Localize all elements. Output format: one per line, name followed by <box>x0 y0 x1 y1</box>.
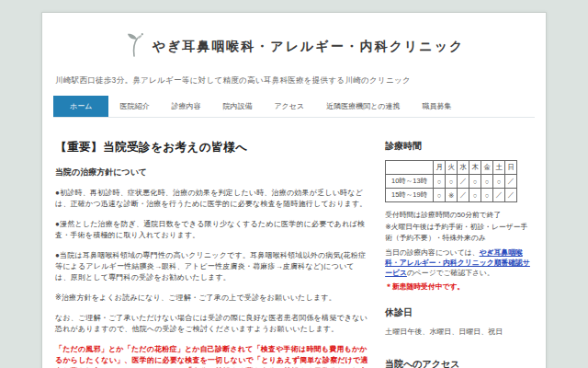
hours-cell: ／ <box>505 175 517 189</box>
same-day-info-prefix: 当日の診療内容については、 <box>385 248 479 257</box>
hours-cell: ○ <box>434 175 446 189</box>
main-column: 【重要】当院受診をお考えの皆様へ 当院の治療方針について ●初診時、再初診時、症… <box>55 129 368 368</box>
tuesday-note: ※火曜日午後は予約手術・初診・レーザー手術（予約不要）・特殊外来のみ <box>385 222 533 243</box>
day-header: 水 <box>458 161 469 175</box>
hours-row-label: 15時～19時 <box>386 189 434 202</box>
hours-row-morning: 10時～13時 ○ ○ ／ ○ ○ ○ ／ <box>386 175 517 189</box>
clinic-logo-icon <box>124 33 146 61</box>
access-heading: 当院へのアクセス <box>385 358 533 368</box>
hours-cell: ○ <box>481 189 493 202</box>
new-patients-note: ＊新患随時受付中です。 <box>385 282 533 292</box>
same-day-info-suffix: のページでご確認下さい。 <box>407 269 494 277</box>
hours-cell: ○ <box>434 189 446 202</box>
hours-row-label: 10時～13時 <box>386 175 434 189</box>
policy-paragraph: ※治療方針をよくお読みになり、ご理解・ご了承の上で受診をお願いいたします。 <box>55 293 368 304</box>
same-day-info: 当日の診療内容については、やぎ耳鼻咽喉科・アレルギー・内科クリニック順番確認サー… <box>385 247 533 279</box>
policy-warning-text: 「ただの風邪」とか「ただの花粉症」とか自己診断されて「検査や手術は時間も費用もか… <box>55 344 368 368</box>
policy-subheading: 当院の治療方針について <box>55 167 368 178</box>
hours-row-afternoon: 15時～19時 ○ ※ ／ ○ ○ ／ ／ <box>386 189 517 202</box>
content-area: 【重要】当院受診をお考えの皆様へ 当院の治療方針について ●初診時、再初診時、症… <box>42 118 546 368</box>
nav-tab-clinic-intro[interactable]: 医院紹介 <box>108 96 160 117</box>
site-tagline: 川崎駅西口徒歩3分。鼻アレルギー等に対して精度の高い耳鼻科医療を提供する川崎のク… <box>55 75 533 86</box>
hours-cell: ／ <box>458 175 469 189</box>
day-header: 火 <box>446 161 458 175</box>
hours-table-corner-cell <box>386 161 434 175</box>
hours-table-header-row: 月 火 水 木 金 土 日 <box>386 161 517 175</box>
policy-paragraph: ●当院は耳鼻咽喉科領域の専門性の高いクリニックです。耳鼻咽喉科領域以外の病気(花… <box>55 250 368 283</box>
nav-tab-access[interactable]: アクセス <box>263 96 315 117</box>
day-header: 木 <box>469 161 481 175</box>
reception-note: 受付時間は診療時間の50分前で終了 <box>385 210 533 220</box>
hours-heading: 診療時間 <box>385 140 533 153</box>
hours-cell: ○ <box>481 175 493 189</box>
policy-paragraph: なお、ご理解・ご了承いただけない場合には受診の際に良好な医者患者関係を構築できな… <box>55 313 368 335</box>
closed-days-heading: 休診日 <box>385 306 533 319</box>
hours-cell: ○ <box>493 175 505 189</box>
nav-tab-partner-clinics[interactable]: 近隣医療機関との連携 <box>315 96 411 117</box>
nav-tab-home[interactable]: ホーム <box>53 96 108 117</box>
hours-cell: ※ <box>446 189 458 202</box>
hours-cell: ○ <box>446 175 458 189</box>
policy-paragraph: ●漫然とした治療を防ぎ、通院日数をできる限り少なくするために医学的に必要であれば… <box>55 219 368 241</box>
hours-cell: ／ <box>493 189 505 202</box>
hours-cell: ○ <box>469 189 481 202</box>
hours-cell: ／ <box>458 189 469 202</box>
main-nav: ホーム 医院紹介 診療内容 院内設備 アクセス 近隣医療機関との連携 職員募集 <box>53 96 535 118</box>
closed-days-text: 土曜日午後、水曜日、日曜日、祝日 <box>385 327 533 338</box>
page-title: 【重要】当院受診をお考えの皆様へ <box>55 140 368 155</box>
site-header: やぎ耳鼻咽喉科・アレルギー・内科クリニック <box>42 13 546 61</box>
day-header: 土 <box>493 161 505 175</box>
day-header: 月 <box>434 161 446 175</box>
nav-tab-services[interactable]: 診療内容 <box>160 96 211 117</box>
nav-tab-facilities[interactable]: 院内設備 <box>211 96 263 117</box>
page-card: やぎ耳鼻咽喉科・アレルギー・内科クリニック 川崎駅西口徒歩3分。鼻アレルギー等に… <box>41 12 547 368</box>
day-header: 金 <box>481 161 493 175</box>
hours-table: 月 火 水 木 金 土 日 10時～13時 ○ ○ ／ ○ ○ ○ ／ <box>385 160 517 202</box>
sidebar: 診療時間 月 火 水 木 金 土 日 10時～13時 ○ ○ ／ ○ <box>385 129 533 368</box>
hours-cell: ／ <box>505 189 517 202</box>
nav-tab-recruit[interactable]: 職員募集 <box>412 96 463 117</box>
site-title: やぎ耳鼻咽喉科・アレルギー・内科クリニック <box>153 39 465 55</box>
policy-paragraph: ●初診時、再初診時、症状悪化時、治療の効果を判定したい時、治療の効果が乏しい時な… <box>55 188 368 210</box>
day-header: 日 <box>505 161 517 175</box>
hours-cell: ○ <box>469 175 481 189</box>
